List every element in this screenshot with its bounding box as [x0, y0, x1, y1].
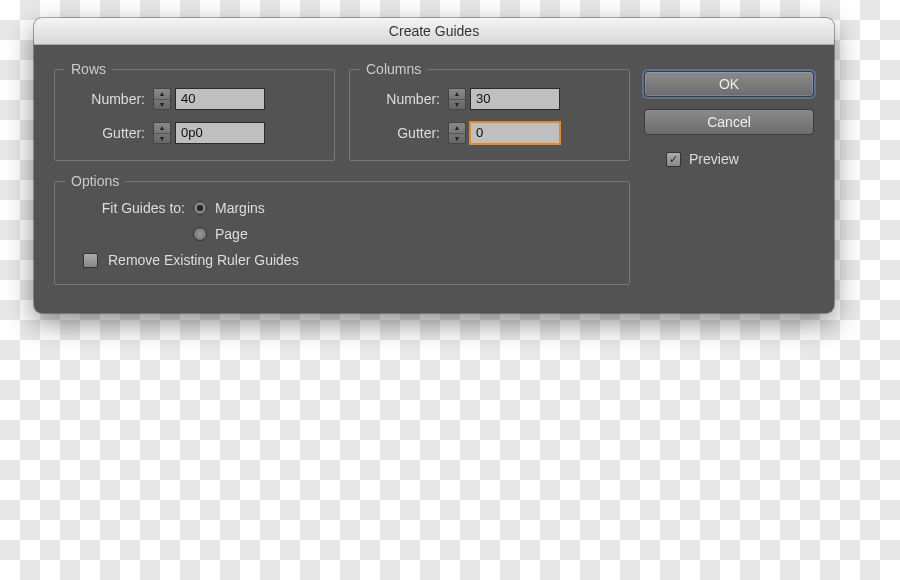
options-group: Options Fit Guides to: Margins Page Remo… — [54, 181, 630, 285]
options-legend: Options — [65, 173, 125, 189]
rows-gutter-label: Gutter: — [67, 125, 149, 141]
remove-guides-checkbox[interactable] — [83, 253, 98, 268]
rows-gutter-row: Gutter: ▲▼ 0p0 — [67, 122, 322, 144]
create-guides-dialog: Create Guides Rows Number: ▲▼ 40 Gutter:… — [34, 18, 834, 313]
fit-margins-label: Margins — [215, 200, 265, 216]
rows-gutter-stepper[interactable]: ▲▼ — [153, 122, 171, 144]
rows-number-input[interactable]: 40 — [175, 88, 265, 110]
columns-number-label: Number: — [362, 91, 444, 107]
rows-number-row: Number: ▲▼ 40 — [67, 88, 322, 110]
rows-number-stepper[interactable]: ▲▼ — [153, 88, 171, 110]
remove-guides-label: Remove Existing Ruler Guides — [108, 252, 299, 268]
fit-guides-label: Fit Guides to: — [67, 200, 185, 216]
columns-gutter-input[interactable]: 0 — [470, 122, 560, 144]
preview-row: ✓ Preview — [644, 151, 814, 167]
top-row: Rows Number: ▲▼ 40 Gutter: ▲▼ 0p0 Column… — [54, 69, 630, 161]
ok-button[interactable]: OK — [644, 71, 814, 97]
columns-number-input[interactable]: 30 — [470, 88, 560, 110]
fit-page-row: Page — [193, 226, 617, 242]
preview-label: Preview — [689, 151, 739, 167]
columns-legend: Columns — [360, 61, 427, 77]
dialog-content: Rows Number: ▲▼ 40 Gutter: ▲▼ 0p0 Column… — [34, 45, 834, 313]
left-column: Rows Number: ▲▼ 40 Gutter: ▲▼ 0p0 Column… — [54, 69, 630, 285]
fit-margins-row: Fit Guides to: Margins — [67, 200, 617, 216]
dialog-title: Create Guides — [34, 18, 834, 45]
fit-page-radio[interactable] — [193, 227, 207, 241]
rows-number-label: Number: — [67, 91, 149, 107]
columns-number-row: Number: ▲▼ 30 — [362, 88, 617, 110]
rows-legend: Rows — [65, 61, 112, 77]
columns-gutter-stepper[interactable]: ▲▼ — [448, 122, 466, 144]
preview-checkbox[interactable]: ✓ — [666, 152, 681, 167]
fit-margins-radio[interactable] — [193, 201, 207, 215]
columns-number-stepper[interactable]: ▲▼ — [448, 88, 466, 110]
columns-gutter-label: Gutter: — [362, 125, 444, 141]
cancel-button[interactable]: Cancel — [644, 109, 814, 135]
fit-page-label: Page — [215, 226, 248, 242]
right-column: OK Cancel ✓ Preview — [644, 69, 814, 285]
rows-group: Rows Number: ▲▼ 40 Gutter: ▲▼ 0p0 — [54, 69, 335, 161]
rows-gutter-input[interactable]: 0p0 — [175, 122, 265, 144]
columns-gutter-row: Gutter: ▲▼ 0 — [362, 122, 617, 144]
columns-group: Columns Number: ▲▼ 30 Gutter: ▲▼ 0 — [349, 69, 630, 161]
remove-guides-row: Remove Existing Ruler Guides — [83, 252, 617, 268]
